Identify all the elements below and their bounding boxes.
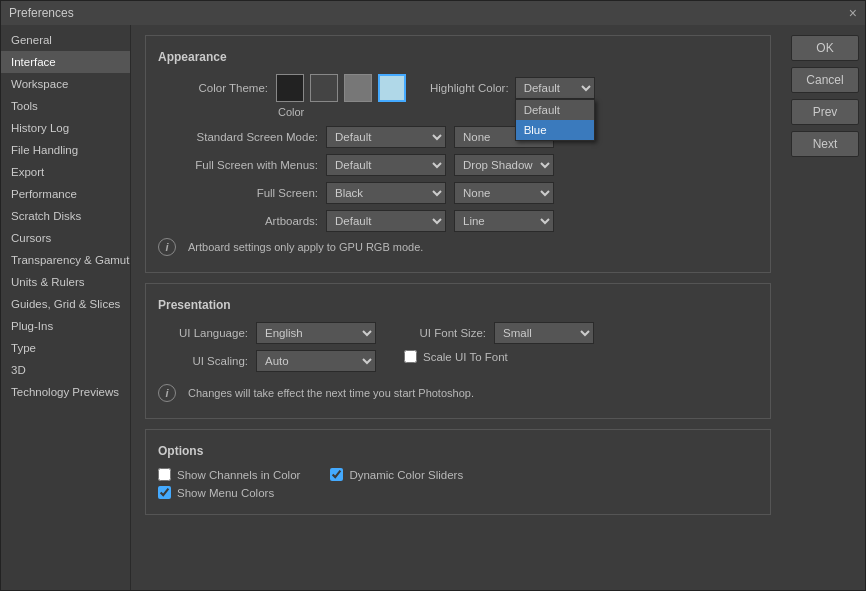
full-screen-menus-border-select[interactable]: Drop Shadow None bbox=[454, 154, 554, 176]
scale-ui-checkbox[interactable] bbox=[404, 350, 417, 363]
scale-ui-row: Scale UI To Font bbox=[404, 350, 594, 363]
sidebar-item-type[interactable]: Type bbox=[1, 337, 130, 359]
sidebar-item-cursors[interactable]: Cursors bbox=[1, 227, 130, 249]
appearance-section: Appearance Color Theme: Highlight Color: bbox=[145, 35, 771, 273]
window-title: Preferences bbox=[9, 6, 74, 20]
presentation-header: Presentation bbox=[158, 298, 758, 312]
cancel-button[interactable]: Cancel bbox=[791, 67, 859, 93]
artboards-border-select[interactable]: Line None bbox=[454, 210, 554, 232]
info-icon: i bbox=[158, 238, 176, 256]
options-left: Show Channels in Color Show Menu Colors bbox=[158, 468, 300, 504]
title-bar: Preferences × bbox=[1, 1, 865, 25]
sidebar-item-tools[interactable]: Tools bbox=[1, 95, 130, 117]
color-label: Color bbox=[278, 106, 304, 118]
changes-note: Changes will take effect the next time y… bbox=[188, 387, 474, 399]
sidebar-item-performance[interactable]: Performance bbox=[1, 183, 130, 205]
ok-button[interactable]: OK bbox=[791, 35, 859, 61]
standard-screen-row: Standard Screen Mode: Default None Drop … bbox=[158, 126, 758, 148]
sidebar-item-history-log[interactable]: History Log bbox=[1, 117, 130, 139]
full-screen-row: Full Screen: Black Default None Drop Sha… bbox=[158, 182, 758, 204]
close-button[interactable]: × bbox=[849, 6, 857, 20]
presentation-left: UI Language: English UI Scaling: Auto bbox=[158, 322, 376, 378]
ui-language-label: UI Language: bbox=[158, 327, 248, 339]
dropdown-item-blue[interactable]: Blue bbox=[516, 120, 594, 140]
artboard-note: Artboard settings only apply to GPU RGB … bbox=[188, 241, 423, 253]
full-screen-select[interactable]: Black Default bbox=[326, 182, 446, 204]
dropdown-item-default[interactable]: Default bbox=[516, 100, 594, 120]
artboards-label: Artboards: bbox=[158, 215, 318, 227]
full-screen-menus-row: Full Screen with Menus: Default Drop Sha… bbox=[158, 154, 758, 176]
full-screen-label: Full Screen: bbox=[158, 187, 318, 199]
changes-note-row: i Changes will take effect the next time… bbox=[158, 384, 758, 402]
full-screen-menus-select[interactable]: Default bbox=[326, 154, 446, 176]
sidebar-item-guides-grid[interactable]: Guides, Grid & Slices bbox=[1, 293, 130, 315]
sidebar-item-3d[interactable]: 3D bbox=[1, 359, 130, 381]
full-screen-border-select[interactable]: None Drop Shadow bbox=[454, 182, 554, 204]
swatch-dark[interactable] bbox=[276, 74, 304, 102]
options-right: Dynamic Color Sliders bbox=[330, 468, 463, 504]
highlight-color-container: Highlight Color: Default Blue Default Bl… bbox=[430, 77, 595, 99]
ui-font-size-row: UI Font Size: Small Medium Large bbox=[396, 322, 594, 344]
color-theme-label: Color Theme: bbox=[158, 82, 268, 94]
show-channels-row: Show Channels in Color bbox=[158, 468, 300, 481]
color-swatches bbox=[276, 74, 406, 102]
show-channels-checkbox[interactable] bbox=[158, 468, 171, 481]
main-content: Appearance Color Theme: Highlight Color: bbox=[131, 25, 785, 590]
dynamic-sliders-row: Dynamic Color Sliders bbox=[330, 468, 463, 481]
changes-info-icon: i bbox=[158, 384, 176, 402]
artboards-select[interactable]: Default bbox=[326, 210, 446, 232]
show-channels-label: Show Channels in Color bbox=[177, 469, 300, 481]
ui-language-row: UI Language: English bbox=[158, 322, 376, 344]
dynamic-sliders-checkbox[interactable] bbox=[330, 468, 343, 481]
scale-ui-label: Scale UI To Font bbox=[423, 351, 508, 363]
ui-language-select[interactable]: English bbox=[256, 322, 376, 344]
appearance-header: Appearance bbox=[158, 50, 758, 64]
standard-screen-select[interactable]: Default bbox=[326, 126, 446, 148]
swatch-medium-light[interactable] bbox=[344, 74, 372, 102]
artboard-note-row: i Artboard settings only apply to GPU RG… bbox=[158, 238, 758, 256]
standard-screen-label: Standard Screen Mode: bbox=[158, 131, 318, 143]
options-header: Options bbox=[158, 444, 758, 458]
color-theme-row: Color Theme: Highlight Color: Default Bl… bbox=[158, 74, 758, 102]
sidebar-item-plug-ins[interactable]: Plug-Ins bbox=[1, 315, 130, 337]
sidebar-item-workspace[interactable]: Workspace bbox=[1, 73, 130, 95]
preferences-window: Preferences × GeneralInterfaceWorkspaceT… bbox=[0, 0, 866, 591]
show-menu-colors-label: Show Menu Colors bbox=[177, 487, 274, 499]
swatch-medium-dark[interactable] bbox=[310, 74, 338, 102]
sidebar-item-transparency-gamut[interactable]: Transparency & Gamut bbox=[1, 249, 130, 271]
sidebar-item-general[interactable]: General bbox=[1, 29, 130, 51]
artboards-row: Artboards: Default Line None bbox=[158, 210, 758, 232]
sidebar-item-export[interactable]: Export bbox=[1, 161, 130, 183]
swatch-light[interactable] bbox=[378, 74, 406, 102]
sidebar-item-units-rulers[interactable]: Units & Rulers bbox=[1, 271, 130, 293]
prev-button[interactable]: Prev bbox=[791, 99, 859, 125]
ui-font-size-label: UI Font Size: bbox=[396, 327, 486, 339]
full-screen-menus-label: Full Screen with Menus: bbox=[158, 159, 318, 171]
ui-scaling-row: UI Scaling: Auto bbox=[158, 350, 376, 372]
presentation-right: UI Font Size: Small Medium Large Scale U… bbox=[396, 322, 594, 378]
highlight-dropdown-wrapper: Default Blue Default Blue bbox=[515, 77, 595, 99]
ui-font-size-select[interactable]: Small Medium Large bbox=[494, 322, 594, 344]
ui-scaling-select[interactable]: Auto bbox=[256, 350, 376, 372]
window-body: GeneralInterfaceWorkspaceToolsHistory Lo… bbox=[1, 25, 865, 590]
right-buttons: OK Cancel Prev Next bbox=[785, 25, 865, 590]
sidebar: GeneralInterfaceWorkspaceToolsHistory Lo… bbox=[1, 25, 131, 590]
highlight-color-select[interactable]: Default Blue bbox=[515, 77, 595, 99]
highlight-color-label: Highlight Color: bbox=[430, 82, 509, 94]
sidebar-item-scratch-disks[interactable]: Scratch Disks bbox=[1, 205, 130, 227]
dynamic-sliders-label: Dynamic Color Sliders bbox=[349, 469, 463, 481]
options-section: Options Show Channels in Color Show Menu… bbox=[145, 429, 771, 515]
options-row: Show Channels in Color Show Menu Colors … bbox=[158, 468, 758, 504]
show-menu-colors-checkbox[interactable] bbox=[158, 486, 171, 499]
next-button[interactable]: Next bbox=[791, 131, 859, 157]
sidebar-item-technology-previews[interactable]: Technology Previews bbox=[1, 381, 130, 403]
sidebar-item-interface[interactable]: Interface bbox=[1, 51, 130, 73]
sidebar-item-file-handling[interactable]: File Handling bbox=[1, 139, 130, 161]
highlight-dropdown-popup: Default Blue bbox=[515, 99, 595, 141]
presentation-section: Presentation UI Language: English UI Sca… bbox=[145, 283, 771, 419]
ui-scaling-label: UI Scaling: bbox=[158, 355, 248, 367]
show-menu-colors-row: Show Menu Colors bbox=[158, 486, 300, 499]
presentation-row: UI Language: English UI Scaling: Auto bbox=[158, 322, 758, 378]
